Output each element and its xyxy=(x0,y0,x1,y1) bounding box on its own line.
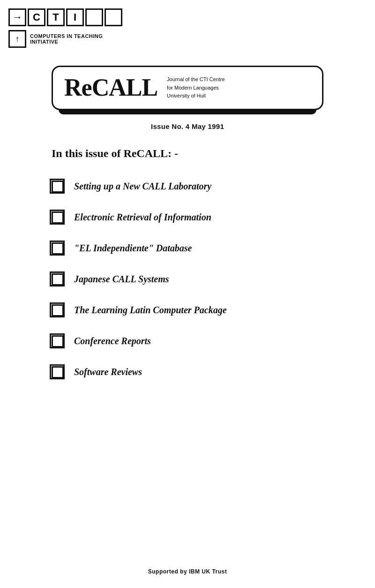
checkbox-icon-5 xyxy=(52,304,64,317)
item-text-4: Japanese CALL Systems xyxy=(74,274,169,285)
footer: Supported by IBM UK Trust xyxy=(0,568,375,575)
item-text-1: Setting up a New CALL Laboratory xyxy=(74,181,211,192)
logo-c-box: C xyxy=(28,8,45,26)
logo-box6 xyxy=(105,8,122,26)
list-item: Setting up a New CALL Laboratory xyxy=(52,171,323,202)
journal-line2: for Modern Languages xyxy=(167,85,219,90)
checkbox-icon-3 xyxy=(52,242,64,255)
journal-line3: University of Hull xyxy=(167,93,206,98)
in-this-issue-heading: In this issue of ReCALL: - xyxy=(52,147,323,160)
item-text-2: Electronic Retrieval of Information xyxy=(74,212,211,223)
item-text-7: Software Reviews xyxy=(74,367,142,377)
logo-area: → C T I ↑ COMPUTERS IN TEACHING INITIATI… xyxy=(8,8,122,48)
logo-text-line2: INITIATIVE xyxy=(30,39,103,45)
logo-up-arrow-box: ↑ xyxy=(8,30,26,48)
checkbox-icon-7 xyxy=(52,366,64,378)
logo-text-line1: COMPUTERS IN TEACHING xyxy=(30,33,103,39)
main-content: ReCALL Journal of the CTI Centre for Mod… xyxy=(52,0,323,388)
checkbox-icon-2 xyxy=(52,211,64,224)
logo-subtitle-row: ↑ COMPUTERS IN TEACHING INITIATIVE xyxy=(8,30,122,48)
recall-journal-text: Journal of the CTI Centre for Modern Lan… xyxy=(167,75,225,100)
item-text-3: "EL Independiente" Database xyxy=(74,243,192,254)
issue-items-list: Setting up a New CALL Laboratory Electro… xyxy=(52,171,323,388)
list-item: Software Reviews xyxy=(52,357,323,388)
list-item: "EL Independiente" Database xyxy=(52,233,323,264)
footer-text: Supported by IBM UK Trust xyxy=(148,568,227,575)
checkbox-icon-4 xyxy=(52,273,64,286)
item-text-5: The Learning Latin Computer Package xyxy=(74,305,227,316)
logo-arrow-box: → xyxy=(8,8,26,26)
journal-line1: Journal of the CTI Centre xyxy=(167,76,225,82)
list-item: Japanese CALL Systems xyxy=(52,264,323,295)
logo-text-block: COMPUTERS IN TEACHING INITIATIVE xyxy=(30,33,103,45)
list-item: Conference Reports xyxy=(52,326,323,357)
logo-i-box: I xyxy=(66,8,84,26)
checkbox-icon-6 xyxy=(52,335,64,347)
logo-boxes: → C T I xyxy=(8,8,122,26)
list-item: Electronic Retrieval of Information xyxy=(52,202,323,233)
list-item: The Learning Latin Computer Package xyxy=(52,295,323,326)
recall-box: ReCALL Journal of the CTI Centre for Mod… xyxy=(52,66,323,110)
logo-t-box: T xyxy=(47,8,65,26)
issue-line: Issue No. 4 May 1991 xyxy=(52,122,323,130)
checkbox-icon-1 xyxy=(52,181,64,193)
item-text-6: Conference Reports xyxy=(74,336,151,347)
logo-box5 xyxy=(85,8,103,26)
recall-title: ReCALL xyxy=(64,75,158,100)
